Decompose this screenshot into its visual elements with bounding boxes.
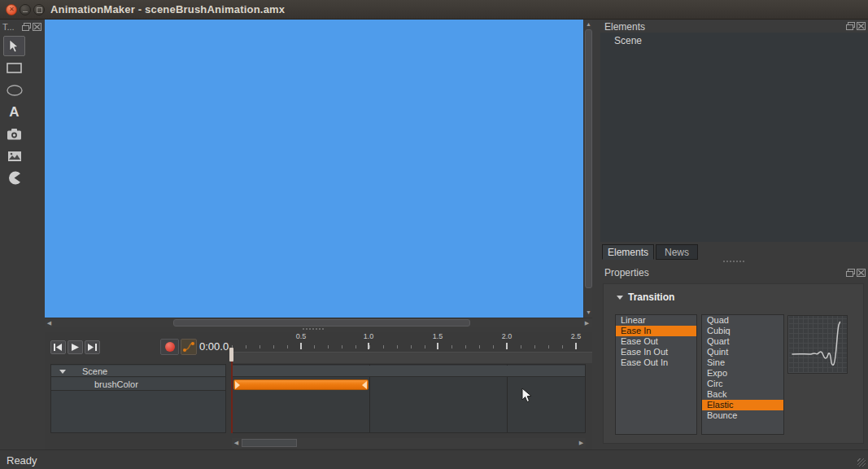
ruler-label: 2.5 <box>564 332 588 340</box>
go-to-end-button[interactable] <box>85 340 100 354</box>
list-item[interactable]: Quad <box>702 315 783 326</box>
collapse-triangle-icon[interactable] <box>59 370 66 374</box>
properties-panel-title: Properties <box>604 267 649 278</box>
vertical-scroll-thumb[interactable] <box>585 29 592 288</box>
scroll-up-icon[interactable]: ▲ <box>584 20 593 28</box>
select-tool-button[interactable] <box>3 36 25 56</box>
canvas-vertical-scrollbar[interactable]: ▲ ▼ <box>583 20 592 318</box>
rectangle-tool-button[interactable] <box>3 58 25 78</box>
timeline-scroll-right-icon[interactable]: ▶ <box>577 438 586 447</box>
properties-float-icon[interactable] <box>846 269 855 277</box>
list-item[interactable]: Ease In Out <box>616 347 696 357</box>
timeline-scrollbar[interactable]: ◀ ▶ <box>232 438 586 448</box>
canvas-timeline-splitter[interactable] <box>303 328 324 330</box>
play-button[interactable] <box>68 340 83 354</box>
docks-splitter[interactable] <box>723 261 744 262</box>
timeline-scroll-left-icon[interactable]: ◀ <box>232 438 241 447</box>
scene-canvas[interactable] <box>45 20 583 318</box>
playhead-handle[interactable] <box>229 348 233 362</box>
list-item[interactable]: Quart <box>702 336 783 347</box>
list-item-selected[interactable]: Elastic <box>702 400 783 410</box>
list-item[interactable]: Cubiq <box>702 326 783 336</box>
list-item[interactable]: Quint <box>702 347 783 357</box>
easing-curve-preview <box>787 315 848 374</box>
properties-close-icon[interactable] <box>857 269 866 277</box>
window-maximize-button[interactable] <box>33 4 45 15</box>
timeline-tree-row-scene[interactable]: Scene <box>51 366 225 377</box>
elements-tree-item-scene[interactable]: Scene <box>614 35 642 46</box>
elements-float-icon[interactable] <box>846 22 855 30</box>
list-item[interactable]: Bounce <box>702 410 783 421</box>
timeline-panel: 0:00.0 0.5 1.0 1.5 2.0 2.5 Scene brushCo… <box>45 332 592 449</box>
playhead-line <box>231 362 233 433</box>
timeline-tracks[interactable] <box>232 364 586 433</box>
skip-end-icon <box>88 344 97 351</box>
ellipse-icon <box>7 85 23 96</box>
tools-dock-close-icon[interactable] <box>33 23 41 31</box>
play-icon <box>72 344 79 351</box>
list-item-selected[interactable]: Ease In <box>616 326 696 336</box>
timeline-tree-row-brushcolor[interactable]: brushColor <box>51 378 225 391</box>
elastic-curve-icon <box>788 316 847 373</box>
keyframe-bar-brushcolor[interactable] <box>233 379 369 390</box>
playhead-strip[interactable] <box>232 352 592 363</box>
pacman-icon <box>7 171 22 185</box>
shape-tool-button[interactable] <box>3 168 25 188</box>
ruler-major-tick <box>575 343 577 349</box>
tab-label: Elements <box>608 247 648 258</box>
ease-direction-list[interactable]: Linear Ease In Ease Out Ease In Out Ease… <box>615 314 697 435</box>
keyframe-end-marker-icon[interactable] <box>362 381 367 389</box>
elements-tree[interactable]: Scene <box>600 33 868 242</box>
text-tool-icon: A <box>9 104 19 121</box>
keyframe-start-marker-icon[interactable] <box>235 381 240 389</box>
timeline-tree: Scene brushColor <box>50 364 226 433</box>
go-to-start-button[interactable] <box>50 340 66 354</box>
list-item[interactable]: Circ <box>702 379 783 389</box>
autokeyframe-button[interactable] <box>181 339 197 355</box>
ruler-minor-ticks <box>232 345 586 348</box>
ruler-label: 2.0 <box>495 332 519 340</box>
elements-close-icon[interactable] <box>857 22 866 30</box>
ruler-label: 1.5 <box>425 332 450 340</box>
timeline-scroll-thumb[interactable] <box>242 439 297 447</box>
timeline-ruler[interactable]: 0.5 1.0 1.5 2.0 2.5 <box>232 332 592 352</box>
window-close-button[interactable] <box>6 4 17 15</box>
properties-pane: Transition Linear Ease In Ease Out Ease … <box>603 283 864 444</box>
ease-curve-list[interactable]: Quad Cubiq Quart Quint Sine Expo Circ Ba… <box>701 314 784 435</box>
record-icon <box>165 342 175 352</box>
ruler-major-tick <box>506 343 508 349</box>
window-title: AnimationMaker - sceneBrushAnimation.amx <box>50 3 285 15</box>
window-minimize-button[interactable] <box>20 4 31 15</box>
list-item[interactable]: Linear <box>616 315 696 326</box>
horizontal-scroll-thumb[interactable] <box>173 319 470 327</box>
list-item[interactable]: Expo <box>702 368 783 379</box>
transition-section-title: Transition <box>628 291 674 303</box>
elements-panel-title: Elements <box>604 21 645 33</box>
track-label: Scene <box>82 366 107 376</box>
list-item[interactable]: Back <box>702 389 783 400</box>
select-arrow-icon <box>9 40 20 53</box>
ellipse-tool-button[interactable] <box>3 80 25 100</box>
camera-tool-button[interactable] <box>3 124 25 144</box>
time-display: 0:00.0 <box>199 340 229 353</box>
scroll-left-icon[interactable]: ◀ <box>45 318 54 327</box>
transition-collapse-icon[interactable] <box>617 296 623 300</box>
canvas-horizontal-scrollbar[interactable]: ◀ ▶ <box>45 318 592 327</box>
text-tool-button[interactable]: A <box>3 102 25 122</box>
tools-dock: T... A <box>0 20 45 449</box>
scroll-right-icon[interactable]: ▶ <box>582 318 591 327</box>
list-item[interactable]: Sine <box>702 357 783 368</box>
tab-elements[interactable]: Elements <box>602 244 654 260</box>
tab-news[interactable]: News <box>656 244 698 260</box>
resize-grip[interactable] <box>857 458 866 467</box>
record-button[interactable] <box>160 339 179 355</box>
status-text: Ready <box>7 454 37 467</box>
tools-dock-float-icon[interactable] <box>22 23 31 31</box>
scroll-down-icon[interactable]: ▼ <box>584 308 593 317</box>
list-item[interactable]: Ease Out <box>616 336 696 347</box>
image-tool-button[interactable] <box>3 146 25 166</box>
scene-track-row[interactable] <box>233 366 585 377</box>
ruler-label: 1.0 <box>356 332 381 340</box>
list-item[interactable]: Ease Out In <box>616 357 696 368</box>
image-icon <box>7 151 22 162</box>
